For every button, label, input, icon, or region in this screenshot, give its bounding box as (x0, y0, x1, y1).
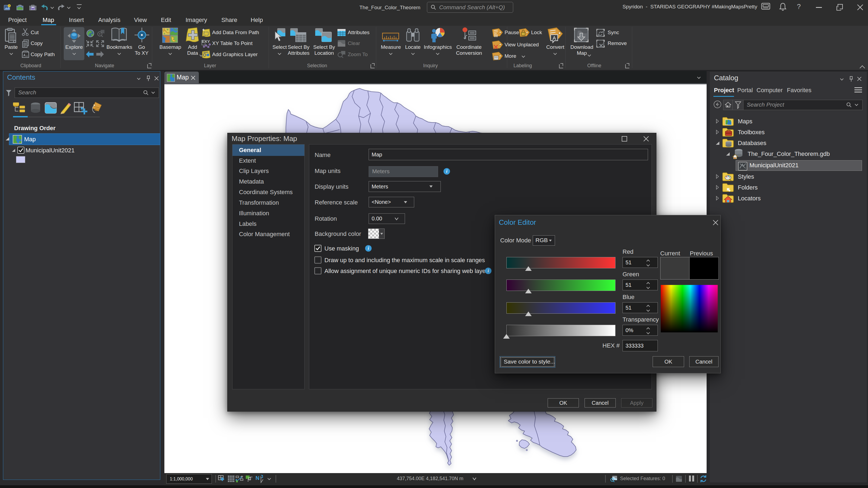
svg-text:EXY: EXY (202, 39, 210, 44)
svg-text:N: N (255, 475, 259, 481)
svg-text:A: A (553, 35, 556, 41)
